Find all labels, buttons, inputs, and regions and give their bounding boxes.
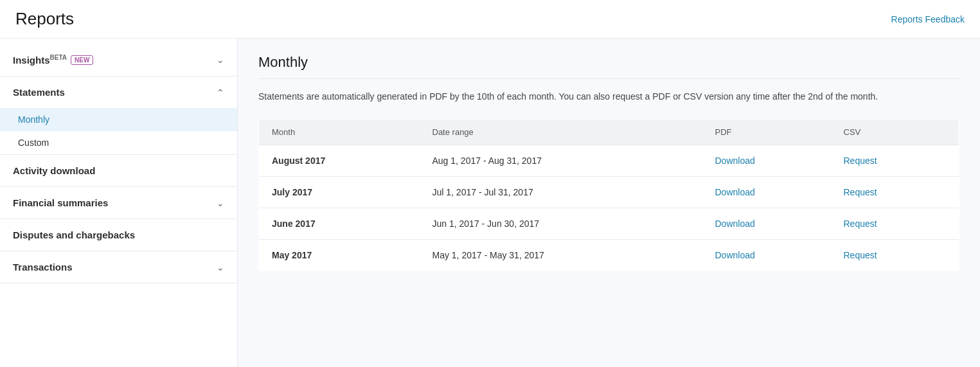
main-layout: InsightsBETA NEW ⌄ Statements ⌃ Monthly … bbox=[0, 39, 980, 367]
sidebar-section-insights: InsightsBETA NEW ⌄ bbox=[0, 44, 237, 76]
insights-header-group: InsightsBETA NEW bbox=[13, 54, 93, 66]
pdf-download-link[interactable]: Download bbox=[715, 219, 755, 229]
cell-date-range: Jul 1, 2017 - Jul 31, 2017 bbox=[420, 177, 702, 208]
sidebar-section-disputes: Disputes and chargebacks bbox=[0, 219, 237, 251]
sidebar-financial-summaries-header[interactable]: Financial summaries ⌄ bbox=[0, 187, 237, 219]
cell-csv: Request bbox=[831, 208, 959, 240]
col-pdf: PDF bbox=[702, 120, 831, 145]
chevron-down-icon: ⌄ bbox=[217, 55, 224, 65]
content-divider bbox=[258, 78, 959, 79]
table-body: August 2017Aug 1, 2017 - Aug 31, 2017Dow… bbox=[259, 145, 959, 271]
cell-csv: Request bbox=[831, 240, 959, 271]
table-row: July 2017Jul 1, 2017 - Jul 31, 2017Downl… bbox=[259, 177, 959, 208]
sidebar-item-monthly[interactable]: Monthly bbox=[0, 108, 237, 131]
chevron-down-icon-transactions: ⌄ bbox=[217, 262, 224, 273]
col-date-range: Date range bbox=[420, 120, 702, 145]
pdf-download-link[interactable]: Download bbox=[715, 187, 755, 197]
table-row: May 2017May 1, 2017 - May 31, 2017Downlo… bbox=[259, 240, 959, 271]
cell-month: May 2017 bbox=[259, 240, 420, 271]
csv-request-link[interactable]: Request bbox=[844, 219, 877, 229]
cell-date-range: May 1, 2017 - May 31, 2017 bbox=[420, 240, 702, 271]
cell-month: July 2017 bbox=[259, 177, 420, 208]
sidebar: InsightsBETA NEW ⌄ Statements ⌃ Monthly … bbox=[0, 39, 238, 367]
beta-badge: BETA bbox=[50, 54, 67, 61]
col-csv: CSV bbox=[831, 120, 959, 145]
content-title: Monthly bbox=[258, 54, 959, 71]
sidebar-disputes-header[interactable]: Disputes and chargebacks bbox=[0, 219, 237, 251]
cell-csv: Request bbox=[831, 177, 959, 208]
pdf-download-link[interactable]: Download bbox=[715, 156, 755, 166]
page-title: Reports bbox=[15, 9, 74, 29]
sidebar-item-custom[interactable]: Custom bbox=[0, 131, 237, 154]
csv-request-link[interactable]: Request bbox=[844, 250, 877, 260]
table-row: August 2017Aug 1, 2017 - Aug 31, 2017Dow… bbox=[259, 145, 959, 177]
new-badge: NEW bbox=[71, 55, 93, 65]
statements-title: Statements bbox=[13, 87, 65, 98]
sidebar-transactions-header[interactable]: Transactions ⌄ bbox=[0, 251, 237, 283]
chevron-up-icon: ⌃ bbox=[217, 87, 224, 98]
cell-pdf: Download bbox=[702, 240, 831, 271]
top-bar: Reports Reports Feedback bbox=[0, 0, 980, 39]
cell-date-range: Jun 1, 2017 - Jun 30, 2017 bbox=[420, 208, 702, 240]
sidebar-insights-header[interactable]: InsightsBETA NEW ⌄ bbox=[0, 44, 237, 76]
description-text: Statements are automatically generated i… bbox=[258, 89, 927, 103]
financial-summaries-title: Financial summaries bbox=[13, 197, 108, 208]
main-content: Monthly Statements are automatically gen… bbox=[238, 39, 980, 367]
table-header: Month Date range PDF CSV bbox=[259, 120, 959, 145]
table-header-row: Month Date range PDF CSV bbox=[259, 120, 959, 145]
csv-request-link[interactable]: Request bbox=[844, 156, 877, 166]
cell-csv: Request bbox=[831, 145, 959, 177]
sidebar-statements-header[interactable]: Statements ⌃ bbox=[0, 76, 237, 108]
cell-pdf: Download bbox=[702, 177, 831, 208]
reports-table: Month Date range PDF CSV August 2017Aug … bbox=[258, 119, 959, 271]
transactions-title: Transactions bbox=[13, 262, 73, 273]
statements-sub-items: Monthly Custom bbox=[0, 108, 237, 154]
sidebar-activity-download-header[interactable]: Activity download bbox=[0, 155, 237, 186]
sidebar-section-transactions: Transactions ⌄ bbox=[0, 251, 237, 283]
insights-title: InsightsBETA bbox=[13, 54, 67, 66]
pdf-download-link[interactable]: Download bbox=[715, 250, 755, 260]
activity-download-title: Activity download bbox=[13, 165, 95, 176]
table-row: June 2017Jun 1, 2017 - Jun 30, 2017Downl… bbox=[259, 208, 959, 240]
col-month: Month bbox=[259, 120, 420, 145]
sidebar-section-activity-download: Activity download bbox=[0, 155, 237, 187]
cell-date-range: Aug 1, 2017 - Aug 31, 2017 bbox=[420, 145, 702, 177]
app-container: Reports Reports Feedback InsightsBETA NE… bbox=[0, 0, 980, 367]
cell-month: June 2017 bbox=[259, 208, 420, 240]
sidebar-section-financial-summaries: Financial summaries ⌄ bbox=[0, 187, 237, 219]
csv-request-link[interactable]: Request bbox=[844, 187, 877, 197]
cell-month: August 2017 bbox=[259, 145, 420, 177]
cell-pdf: Download bbox=[702, 208, 831, 240]
sidebar-section-statements: Statements ⌃ Monthly Custom bbox=[0, 76, 237, 155]
disputes-title: Disputes and chargebacks bbox=[13, 229, 135, 240]
chevron-down-icon-financial: ⌄ bbox=[217, 198, 224, 208]
reports-feedback-link[interactable]: Reports Feedback bbox=[891, 14, 965, 24]
cell-pdf: Download bbox=[702, 145, 831, 177]
